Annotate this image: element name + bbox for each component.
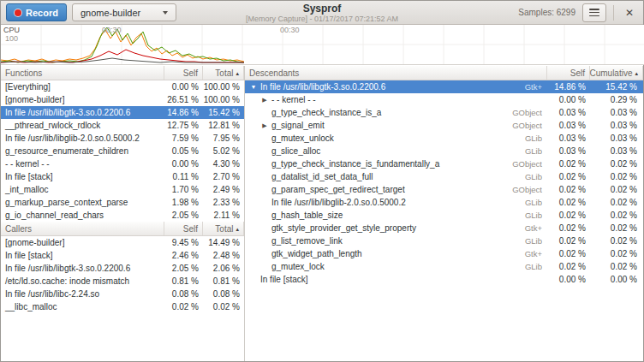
total-header-label: Total [215, 224, 233, 234]
descendants-cumulative-column-header[interactable]: Cumulative ▴ [590, 66, 643, 80]
cumulative-percent: 0.29 % [590, 95, 643, 104]
descendant-row[interactable]: g_mutex_unlockGLib0.03 %0.03 % [245, 132, 643, 145]
self-header-label: Self [183, 68, 198, 78]
caller-row[interactable]: In file /usr/lib/libgtk-3.so.0.2200.62.0… [1, 262, 244, 275]
symbol-name: In file [stack] [1, 172, 164, 181]
function-row[interactable]: In file /usr/lib/libgtk-3.so.0.2200.614.… [1, 106, 244, 119]
total-percent: 4.30 % [203, 159, 244, 169]
symbol-name: _int_malloc [1, 185, 164, 194]
descendant-row[interactable]: In file [stack]0.00 %0.00 % [245, 273, 643, 286]
descendant-row[interactable]: g_type_check_instance_is_aGObject0.03 %0… [245, 106, 643, 119]
descendants-column-header[interactable]: Descendants [245, 66, 547, 80]
functions-header-label: Functions [5, 68, 42, 78]
cpu-graph-canvas [1, 25, 644, 64]
left-pane: Functions Self Total ▴ [Everything]0.00 … [1, 66, 245, 361]
function-row[interactable]: _int_malloc1.70 %2.49 % [1, 183, 244, 196]
descendant-row[interactable]: In file /usr/lib/libglib-2.0.so.0.5000.2… [245, 196, 643, 209]
caller-row[interactable]: In file [stack]2.46 %2.48 % [1, 249, 244, 262]
category-label: Gtk+ [499, 82, 547, 92]
descendant-row[interactable]: ▼In file /usr/lib/libgtk-3.so.0.2200.6Gt… [245, 80, 643, 93]
function-row[interactable]: g_markup_parse_context_parse1.98 %2.33 % [1, 196, 244, 209]
self-percent: 0.00 % [164, 82, 203, 92]
cpu-axis-label: CPU [3, 27, 20, 34]
symbol-name: In file /usr/lib/libc-2.24.so [1, 289, 164, 299]
category-label: GObject [499, 108, 547, 117]
category-label: GLib [499, 172, 547, 181]
symbol-name: /etc/ld.so.cache: inode mismatch [1, 276, 164, 286]
function-row[interactable]: g_resource_enumerate_children0.05 %5.02 … [1, 145, 244, 157]
self-percent: 12.75 % [164, 121, 203, 130]
descendant-row[interactable]: ▶g_signal_emitGObject0.03 %0.03 % [245, 119, 643, 132]
descendant-row[interactable]: gtk_widget_path_lengthGtk+0.02 %0.02 % [245, 247, 643, 260]
function-row[interactable]: __pthread_rwlock_rdlock12.75 %12.81 % [1, 119, 244, 132]
descendant-row[interactable]: g_slice_allocGLib0.03 %0.03 % [245, 145, 643, 157]
chevron-down-icon [163, 11, 168, 15]
functions-column-header[interactable]: Functions [1, 66, 164, 80]
callers-total-column-header[interactable]: Total ▴ [203, 222, 244, 235]
callers-rows: [gnome-builder]9.45 %14.49 %In file [sta… [1, 236, 244, 313]
expander-open-icon[interactable]: ▼ [248, 84, 259, 90]
self-percent: 0.02 % [547, 198, 590, 207]
caller-row[interactable]: __libc_malloc0.02 %0.02 % [1, 300, 244, 313]
expander-closed-icon[interactable]: ▶ [259, 122, 270, 129]
symbol-name: g_mutex_lock [270, 262, 499, 271]
descendants-self-column-header[interactable]: Self [547, 66, 590, 80]
symbol-name: In file /usr/lib/libgtk-3.so.0.2200.6 [259, 82, 499, 92]
function-row[interactable]: [gnome-builder]26.51 %100.00 % [1, 93, 244, 106]
function-row[interactable]: In file [stack]0.11 %2.70 % [1, 170, 244, 183]
callers-table-header: Callers Self Total ▴ [1, 222, 244, 236]
symbol-name: g_type_check_instance_is_fundamentally_a [270, 159, 499, 169]
process-selector-dropdown[interactable]: gnome-builder [72, 3, 176, 21]
cumulative-percent: 0.02 % [590, 159, 643, 169]
category-label: GLib [499, 134, 547, 143]
cumulative-percent: 0.03 % [590, 121, 643, 130]
symbol-name: [Everything] [1, 82, 164, 92]
descendant-row[interactable]: g_list_remove_linkGLib0.02 %0.02 % [245, 234, 643, 247]
category-label: GObject [499, 121, 547, 130]
category-label: GObject [499, 185, 547, 194]
close-button[interactable]: ✕ [621, 3, 638, 22]
caller-row[interactable]: In file /usr/lib/libc-2.24.so0.08 %0.08 … [1, 288, 244, 300]
header-separator [613, 5, 614, 21]
symbol-name: g_io_channel_read_chars [1, 211, 164, 220]
descendant-row[interactable]: g_type_check_instance_is_fundamentally_a… [245, 157, 643, 170]
callers-self-column-header[interactable]: Self [164, 222, 203, 235]
total-percent: 0.81 % [203, 276, 244, 286]
cumulative-percent: 0.02 % [590, 198, 643, 207]
menu-button[interactable] [582, 3, 606, 22]
symbol-name: [gnome-builder] [1, 238, 164, 247]
function-row[interactable]: - - kernel - -0.00 %4.30 % [1, 157, 244, 170]
close-icon: ✕ [625, 7, 634, 19]
record-icon [15, 9, 21, 16]
expander-closed-icon[interactable]: ▶ [259, 97, 270, 104]
functions-total-column-header[interactable]: Total ▴ [203, 66, 244, 80]
callers-header-label: Callers [5, 224, 32, 234]
symbol-name: In file [stack] [259, 275, 499, 284]
record-button[interactable]: Record [6, 3, 67, 21]
self-percent: 0.00 % [547, 95, 590, 104]
profile-panes: Functions Self Total ▴ [Everything]0.00 … [1, 66, 643, 361]
descendant-row[interactable]: g_param_spec_get_redirect_targetGObject0… [245, 183, 643, 196]
descendant-row[interactable]: ▶- - kernel - -0.00 %0.29 % [245, 93, 643, 106]
descendant-row[interactable]: g_mutex_lockGLib0.02 %0.02 % [245, 260, 643, 273]
self-percent: 0.02 % [547, 249, 590, 258]
caller-row[interactable]: /etc/ld.so.cache: inode mismatch0.81 %0.… [1, 275, 244, 288]
cumulative-percent: 0.03 % [590, 108, 643, 117]
cumulative-percent: 0.03 % [590, 146, 643, 156]
descendant-row[interactable]: g_datalist_id_set_data_fullGLib0.02 %0.0… [245, 170, 643, 183]
cpu-graph[interactable]: CPU 100 00:30 00:30 [1, 25, 644, 65]
record-label: Record [26, 8, 58, 18]
function-row[interactable]: g_io_channel_read_chars2.05 %2.11 % [1, 209, 244, 222]
functions-self-column-header[interactable]: Self [164, 66, 203, 80]
descendant-row[interactable]: gtk_style_provider_get_style_propertyGtk… [245, 222, 643, 234]
caller-row[interactable]: [gnome-builder]9.45 %14.49 % [1, 236, 244, 249]
total-percent: 2.33 % [203, 198, 244, 207]
time-tick-label: 00:30 [102, 27, 122, 34]
function-row[interactable]: [Everything]0.00 %100.00 % [1, 80, 244, 93]
descendant-row[interactable]: g_hash_table_sizeGLib0.02 %0.02 % [245, 209, 643, 222]
symbol-name: g_signal_emit [270, 121, 499, 130]
function-row[interactable]: In file /usr/lib/libglib-2.0.so.0.5000.2… [1, 132, 244, 145]
symbol-name: g_resource_enumerate_children [1, 146, 164, 156]
callers-column-header[interactable]: Callers [1, 222, 164, 235]
cumulative-percent: 0.02 % [590, 236, 643, 246]
